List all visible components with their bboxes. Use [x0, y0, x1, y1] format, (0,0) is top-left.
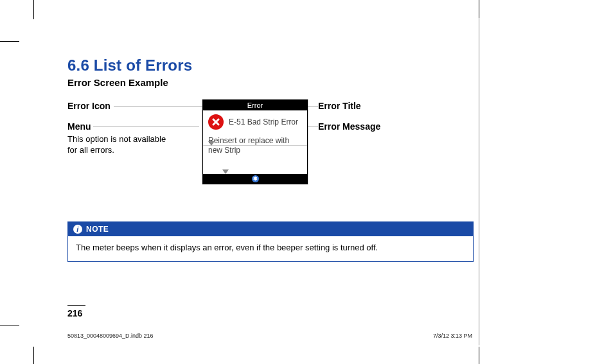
screen-bottom-bar: ✱ [203, 174, 307, 184]
note-label: NOTE [86, 225, 109, 234]
callout-menu-note: This option is not available for all err… [67, 134, 177, 156]
callout-error-message: Error Message [318, 121, 380, 132]
screen-titlebar: Error [203, 100, 307, 110]
note-head: i NOTE [68, 222, 473, 236]
bluetooth-icon: ✱ [252, 175, 259, 182]
screen-error-message: Reinsert or replace with new Strip [208, 136, 302, 155]
section-subheading: Error Screen Example [67, 77, 479, 88]
note-body: The meter beeps when it displays an erro… [68, 236, 473, 261]
section-heading: 6.6 List of Errors [67, 56, 479, 74]
note-box: i NOTE The meter beeps when it displays … [67, 221, 474, 262]
info-icon: i [73, 225, 82, 234]
callout-menu: Menu [67, 121, 91, 132]
slug-left: 50813_00048009694_D.indb 216 [67, 333, 154, 339]
error-screen-diagram: Error Icon Menu This option is not avail… [67, 100, 479, 202]
slug-right: 7/3/12 3:13 PM [433, 333, 472, 339]
error-x-icon [208, 114, 224, 130]
page-frame: 6.6 List of Errors Error Screen Example … [35, 18, 479, 345]
callout-error-title: Error Title [318, 101, 361, 111]
screen-error-title: E-51 Bad Strip Error [229, 117, 298, 127]
device-error-screen: Error E-51 Bad Strip Error Reinsert or r… [202, 100, 308, 184]
callout-error-icon: Error Icon [67, 101, 111, 111]
page-number: 216 [67, 305, 85, 318]
